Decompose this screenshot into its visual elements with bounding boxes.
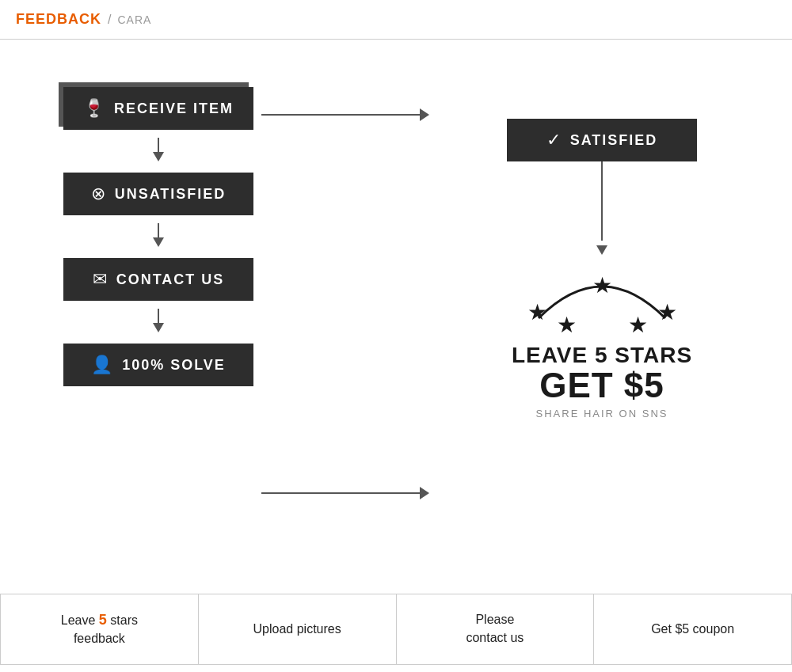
cara-label: CARA <box>117 13 151 26</box>
h-line-top <box>261 114 420 116</box>
h-connector-bottom <box>261 487 429 499</box>
wine-glass-icon: 🍷 <box>83 98 105 119</box>
svg-text:★: ★ <box>556 313 576 334</box>
v-connector <box>594 161 610 255</box>
share-text: SHARE HAIR ON SNS <box>536 408 668 420</box>
bottom-item-1: Leave 5 starsfeedback <box>0 594 198 664</box>
svg-marker-1 <box>153 152 164 161</box>
svg-marker-6 <box>596 245 607 255</box>
arrow-down-2 <box>150 223 166 250</box>
stars-section: ★ ★ ★ ★ ★ LEAVE 5 STARS GET $5 SHARE HAI… <box>512 255 692 427</box>
right-flow: ✓ SATISFIED ★ ★ ★ <box>507 87 697 427</box>
left-flow: 🍷 RECEIVE ITEM ⊗ UNSATISFIED ✉ CONTACT U… <box>63 87 253 386</box>
svg-text:★: ★ <box>592 273 611 298</box>
svg-text:★: ★ <box>627 313 647 334</box>
solve-box: 👤 100% SOLVE <box>63 344 253 386</box>
h-connector-top <box>261 108 429 121</box>
h-arrowhead-top <box>420 108 429 121</box>
solve-label: 100% SOLVE <box>122 357 226 374</box>
receive-item-label: RECEIVE ITEM <box>114 101 234 117</box>
leave-text: Leave <box>61 613 99 627</box>
please-contact-text: Pleasecontact us <box>466 611 524 647</box>
check-circle-icon: ✓ <box>546 130 561 150</box>
svg-marker-5 <box>153 323 164 332</box>
receive-item-box: 🍷 RECEIVE ITEM <box>63 87 253 130</box>
contact-us-label: CONTACT US <box>116 271 225 288</box>
leave5stars-text: LEAVE 5 STARS <box>512 344 692 368</box>
get-coupon-text: Get $5 coupon <box>651 621 734 638</box>
highlight-5: 5 <box>99 612 107 628</box>
satisfied-box: ✓ SATISFIED <box>507 119 697 161</box>
h-arrowhead-bottom <box>420 487 429 499</box>
bottom-item-3: Pleasecontact us <box>396 594 594 664</box>
bottom-item-4: Get $5 coupon <box>593 594 792 664</box>
unsatisfied-box: ⊗ UNSATISFIED <box>63 173 253 215</box>
bottom-item-1-text: Leave 5 starsfeedback <box>61 610 138 648</box>
v-line <box>601 161 603 241</box>
svg-marker-3 <box>153 237 164 247</box>
stars-graphic: ★ ★ ★ ★ ★ <box>515 263 689 337</box>
bottom-flow: Leave 5 starsfeedback Upload pictures Pl… <box>0 594 792 665</box>
svg-text:★: ★ <box>657 300 676 325</box>
satisfied-label: SATISFIED <box>570 132 658 149</box>
contact-us-box: ✉ CONTACT US <box>63 258 253 301</box>
receive-item-wrapper: 🍷 RECEIVE ITEM <box>63 87 253 130</box>
unsatisfied-label: UNSATISFIED <box>115 186 227 203</box>
v-arrow <box>594 241 610 255</box>
x-circle-icon: ⊗ <box>91 184 105 204</box>
arrow-down-3 <box>150 309 166 336</box>
feedback-title: FEEDBACK <box>16 11 101 28</box>
arrow-down-1 <box>150 138 166 165</box>
svg-text:★: ★ <box>527 300 546 325</box>
diagram-wrapper: 🍷 RECEIVE ITEM ⊗ UNSATISFIED ✉ CONTACT U… <box>0 40 792 578</box>
bottom-item-2: Upload pictures <box>198 594 396 664</box>
mail-icon: ✉ <box>93 269 107 290</box>
h-line-bottom <box>261 492 420 494</box>
slash: / <box>108 13 111 27</box>
stars-arc-svg: ★ ★ ★ ★ ★ <box>515 263 689 334</box>
user-icon: 👤 <box>91 355 112 375</box>
header: FEEDBACK / CARA <box>0 0 792 40</box>
get5-text: GET $5 <box>539 368 664 403</box>
upload-pictures-text: Upload pictures <box>253 621 341 638</box>
